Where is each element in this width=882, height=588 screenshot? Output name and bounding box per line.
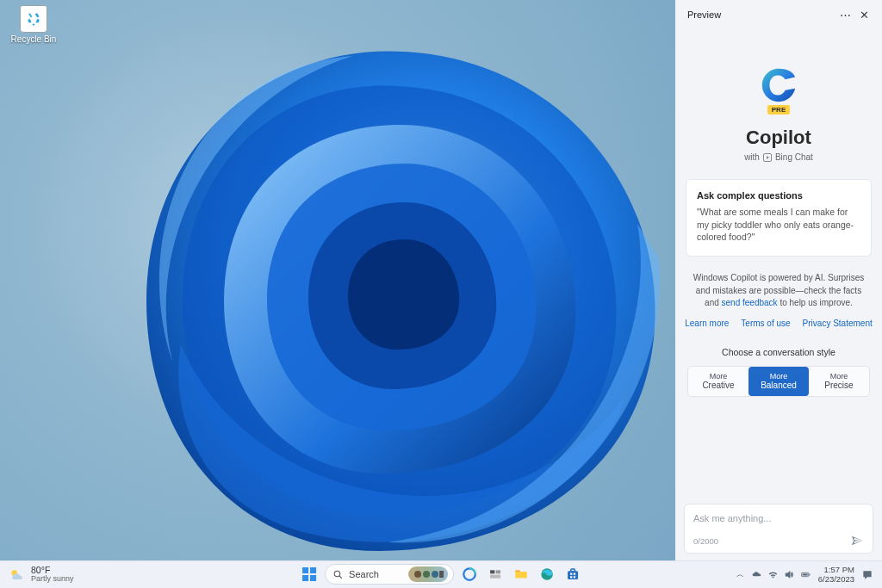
clock-time: 1:57 PM bbox=[818, 566, 854, 574]
chat-input-box: 0/2000 bbox=[684, 504, 873, 554]
recycle-bin-label: Recycle Bin bbox=[9, 34, 59, 44]
style-creative[interactable]: MoreCreative bbox=[688, 367, 748, 397]
system-tray[interactable] bbox=[751, 569, 811, 580]
svg-rect-3 bbox=[302, 575, 308, 581]
volume-icon bbox=[784, 569, 795, 580]
svg-rect-17 bbox=[571, 569, 575, 572]
svg-rect-20 bbox=[570, 576, 572, 578]
svg-rect-21 bbox=[574, 576, 575, 578]
copilot-product-name: Copilot bbox=[675, 127, 882, 149]
start-button[interactable] bbox=[299, 564, 320, 585]
send-feedback-link[interactable]: send feedback bbox=[722, 298, 778, 307]
taskbar-clock[interactable]: 1:57 PM 6/23/2023 bbox=[818, 566, 854, 584]
preview-badge: PRE bbox=[767, 105, 790, 115]
svg-point-8 bbox=[423, 571, 430, 578]
terms-link[interactable]: Terms of use bbox=[741, 319, 790, 328]
notifications-icon[interactable] bbox=[861, 569, 873, 581]
taskbar-search[interactable]: Search bbox=[325, 564, 454, 585]
clock-date: 6/23/2023 bbox=[818, 575, 854, 584]
weather-icon bbox=[9, 566, 26, 584]
search-highlight-art bbox=[408, 566, 448, 582]
style-balanced[interactable]: MoreBalanced bbox=[748, 367, 809, 397]
file-explorer-icon[interactable] bbox=[511, 564, 531, 585]
copilot-subline: with Bing Chat bbox=[675, 152, 882, 162]
char-counter: 0/2000 bbox=[693, 536, 718, 546]
onedrive-icon bbox=[751, 569, 762, 580]
weather-widget[interactable]: 80°F Partly sunny bbox=[9, 566, 74, 584]
suggestion-card-title: Ask complex questions bbox=[697, 190, 860, 201]
svg-rect-19 bbox=[574, 573, 575, 575]
bing-play-icon bbox=[763, 153, 772, 162]
search-icon bbox=[332, 569, 344, 580]
suggestion-card[interactable]: Ask complex questions "What are some mea… bbox=[686, 179, 872, 257]
chat-input[interactable] bbox=[693, 513, 864, 523]
task-view-icon[interactable] bbox=[485, 564, 506, 585]
copilot-logo-icon: PRE bbox=[675, 65, 882, 118]
recycle-bin[interactable]: Recycle Bin bbox=[9, 5, 59, 44]
copilot-taskbar-icon[interactable] bbox=[459, 564, 480, 585]
tray-overflow[interactable]: ︿ bbox=[736, 569, 744, 580]
close-button[interactable]: ✕ bbox=[854, 5, 873, 24]
svg-rect-1 bbox=[302, 567, 308, 573]
recycle-bin-icon bbox=[20, 5, 47, 33]
svg-rect-4 bbox=[310, 575, 316, 581]
conversation-style-picker: MoreCreative MoreBalanced MorePrecise bbox=[687, 366, 870, 398]
svg-point-5 bbox=[334, 571, 340, 577]
copilot-header-title: Preview bbox=[687, 9, 721, 20]
svg-point-7 bbox=[414, 571, 421, 578]
svg-point-9 bbox=[432, 571, 438, 578]
network-icon bbox=[767, 569, 779, 580]
search-label: Search bbox=[349, 569, 403, 579]
weather-cond: Partly sunny bbox=[31, 575, 74, 584]
suggestion-card-body: "What are some meals I can make for my p… bbox=[697, 206, 860, 244]
desktop-background[interactable]: Recycle Bin bbox=[0, 0, 675, 560]
more-button[interactable]: ⋯ bbox=[835, 5, 854, 24]
style-precise[interactable]: MorePrecise bbox=[809, 367, 869, 397]
wallpaper-bloom bbox=[103, 9, 675, 560]
taskbar: 80°F Partly sunny Search bbox=[0, 560, 882, 588]
svg-rect-2 bbox=[310, 567, 316, 573]
store-icon[interactable] bbox=[562, 564, 583, 585]
svg-rect-23 bbox=[809, 573, 810, 575]
svg-rect-10 bbox=[439, 571, 444, 578]
svg-rect-13 bbox=[496, 570, 500, 573]
svg-rect-24 bbox=[802, 573, 807, 575]
svg-rect-14 bbox=[490, 575, 500, 579]
disclaimer-text: Windows Copilot is powered by AI. Surpri… bbox=[689, 272, 868, 310]
privacy-link[interactable]: Privacy Statement bbox=[803, 319, 873, 328]
conversation-style-label: Choose a conversation style bbox=[675, 347, 882, 357]
learn-more-link[interactable]: Learn more bbox=[685, 319, 729, 328]
copilot-panel: Preview ⋯ ✕ PRE Copi bbox=[675, 0, 882, 560]
svg-line-6 bbox=[339, 576, 342, 579]
battery-icon bbox=[800, 569, 811, 580]
svg-rect-12 bbox=[490, 570, 494, 573]
edge-icon[interactable] bbox=[537, 564, 557, 585]
send-icon[interactable] bbox=[850, 534, 864, 548]
svg-rect-18 bbox=[570, 573, 572, 575]
